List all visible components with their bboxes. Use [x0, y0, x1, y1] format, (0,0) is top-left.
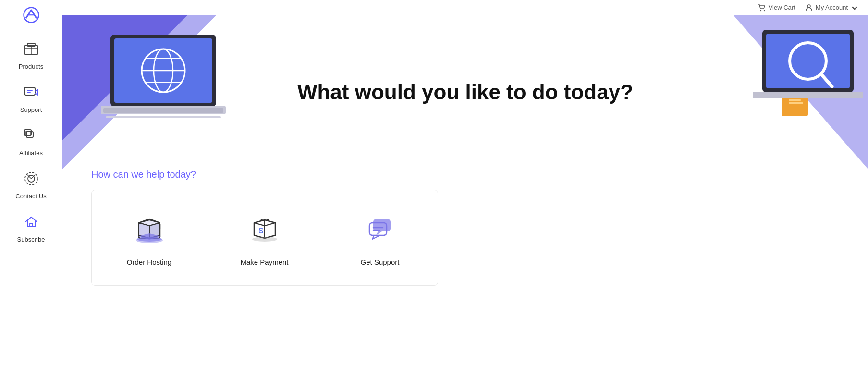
- card-get-support[interactable]: Get Support: [322, 190, 438, 285]
- laptop-left-illustration: [62, 15, 264, 169]
- sidebar-item-products[interactable]: Products: [0, 34, 62, 77]
- sidebar-label-subscribe: Subscribe: [17, 236, 45, 243]
- view-cart-button[interactable]: View Cart: [758, 4, 795, 12]
- support-icon: [23, 84, 40, 104]
- laptop-right-illustration: [734, 15, 868, 169]
- cart-icon: [758, 4, 766, 12]
- my-account-label: My Account: [816, 4, 848, 11]
- subscribe-icon: [23, 213, 40, 234]
- view-cart-label: View Cart: [769, 4, 795, 11]
- svg-text:$: $: [259, 227, 263, 235]
- subtitle-text-start: How can we: [91, 169, 147, 180]
- svg-point-15: [763, 10, 764, 11]
- card-order-hosting[interactable]: Order Hosting: [92, 190, 207, 285]
- my-account-button[interactable]: My Account: [805, 4, 858, 12]
- logo[interactable]: [14, 5, 48, 29]
- card-get-support-label: Get Support: [361, 258, 400, 266]
- make-payment-icon: $: [247, 209, 282, 250]
- sidebar: Products Support Affiliates: [0, 0, 62, 365]
- svg-rect-7: [27, 92, 31, 93]
- svg-rect-37: [789, 102, 803, 104]
- hero-section: What would you like to do today?: [62, 15, 868, 169]
- svg-point-14: [760, 10, 761, 11]
- hero-title: What would you like to do today?: [288, 51, 643, 133]
- affiliates-icon: [23, 127, 40, 147]
- account-icon: [805, 4, 813, 12]
- sidebar-item-contact-us[interactable]: Contact Us: [0, 163, 62, 207]
- sidebar-label-support: Support: [20, 106, 42, 113]
- sidebar-item-support[interactable]: Support: [0, 77, 62, 120]
- svg-rect-49: [373, 219, 391, 231]
- cards-section: How can we help today?: [62, 169, 868, 365]
- card-make-payment[interactable]: $ Make Payment: [207, 190, 322, 285]
- get-support-icon: [363, 209, 397, 250]
- order-hosting-icon: [132, 209, 167, 250]
- svg-rect-27: [103, 108, 223, 113]
- topbar: View Cart My Account: [62, 0, 868, 15]
- action-cards-row: Order Hosting $: [91, 190, 438, 286]
- svg-rect-28: [106, 116, 221, 118]
- card-order-hosting-label: Order Hosting: [127, 258, 171, 266]
- sidebar-item-subscribe[interactable]: Subscribe: [0, 207, 62, 250]
- contact-icon: [23, 170, 40, 191]
- sidebar-item-affiliates[interactable]: Affiliates: [0, 120, 62, 163]
- main-content: View Cart My Account: [62, 0, 868, 365]
- sidebar-label-products: Products: [19, 63, 43, 70]
- sidebar-label-affiliates: Affiliates: [19, 149, 43, 157]
- svg-rect-9: [26, 132, 33, 137]
- section-subtitle: How can we help today?: [91, 169, 858, 180]
- card-make-payment-label: Make Payment: [240, 258, 288, 266]
- subtitle-text-highlight: help today?: [147, 169, 196, 180]
- chevron-down-icon: [851, 4, 858, 12]
- svg-rect-38: [753, 92, 863, 98]
- svg-rect-36: [789, 99, 801, 101]
- svg-point-48: [252, 237, 277, 242]
- cube-icon: [23, 40, 40, 61]
- svg-point-16: [807, 5, 810, 8]
- sidebar-label-contact-us: Contact Us: [15, 193, 46, 200]
- svg-rect-6: [27, 90, 33, 91]
